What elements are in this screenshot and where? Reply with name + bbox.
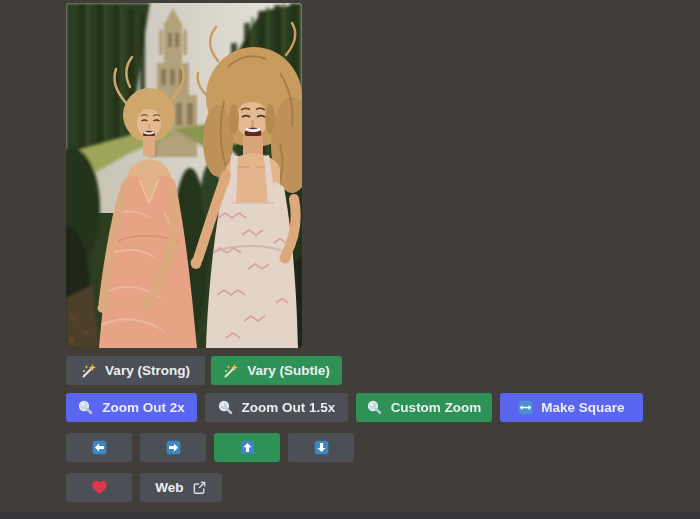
vary-strong-button[interactable]: Vary (Strong) xyxy=(66,356,205,385)
zoom-out-1-5x-button[interactable]: Zoom Out 1.5x xyxy=(205,393,348,422)
pan-left-button[interactable] xyxy=(66,433,132,462)
custom-zoom-label: Custom Zoom xyxy=(391,400,482,415)
pan-down-button[interactable] xyxy=(288,433,354,462)
vary-subtle-button[interactable]: Vary (Subtle) xyxy=(211,356,342,385)
vary-strong-label: Vary (Strong) xyxy=(105,363,190,378)
make-square-label: Make Square xyxy=(541,400,624,415)
magnifying-glass-icon xyxy=(218,400,234,416)
pan-right-button[interactable] xyxy=(140,433,206,462)
custom-zoom-button[interactable]: Custom Zoom xyxy=(356,393,492,422)
zoom-out-2x-button[interactable]: Zoom Out 2x xyxy=(66,393,197,422)
zoom-out-1-5x-label: Zoom Out 1.5x xyxy=(242,400,336,415)
magnifying-glass-icon xyxy=(367,400,383,416)
arrow-down-icon xyxy=(314,440,329,455)
make-square-button[interactable]: Make Square xyxy=(500,393,643,422)
generated-image-art xyxy=(66,3,302,348)
favorite-button[interactable] xyxy=(66,473,132,502)
arrow-up-icon xyxy=(240,440,255,455)
web-label: Web xyxy=(155,480,183,495)
magic-wand-icon xyxy=(81,363,97,379)
generated-image[interactable] xyxy=(66,3,302,348)
magic-wand-icon xyxy=(223,363,239,379)
vary-subtle-label: Vary (Subtle) xyxy=(247,363,330,378)
discord-chat-area: Vary (Strong) Vary (Subtle) Zoom Out 2x … xyxy=(0,0,700,519)
pan-up-button[interactable] xyxy=(214,433,280,462)
zoom-out-2x-label: Zoom Out 2x xyxy=(102,400,185,415)
message-input[interactable] xyxy=(0,512,700,519)
heart-icon xyxy=(91,479,108,496)
arrow-right-icon xyxy=(166,440,181,455)
arrow-left-icon xyxy=(92,440,107,455)
external-link-icon xyxy=(192,480,207,495)
web-button[interactable]: Web xyxy=(140,473,222,502)
magnifying-glass-icon xyxy=(78,400,94,416)
left-right-arrow-icon xyxy=(518,400,533,415)
